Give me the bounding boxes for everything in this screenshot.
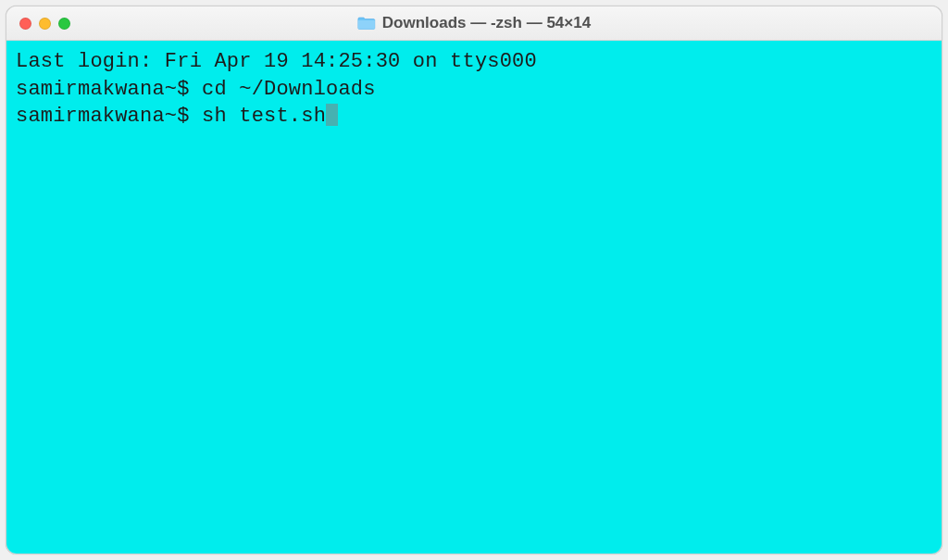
prompt-text: samirmakwana~$ xyxy=(16,76,202,104)
window-title-area: Downloads — -zsh — 54×14 xyxy=(357,14,591,32)
last-login-text: Last login: Fri Apr 19 14:25:30 on ttys0… xyxy=(16,48,537,76)
window-title: Downloads — -zsh — 54×14 xyxy=(382,14,591,32)
cursor-icon xyxy=(326,104,338,126)
command-text: sh test.sh xyxy=(202,103,326,131)
terminal-output-line: Last login: Fri Apr 19 14:25:30 on ttys0… xyxy=(16,48,932,76)
minimize-icon[interactable] xyxy=(39,18,51,30)
terminal-prompt-line: samirmakwana~$ cd ~/Downloads xyxy=(16,76,932,104)
prompt-text: samirmakwana~$ xyxy=(16,103,202,131)
command-text: cd ~/Downloads xyxy=(202,76,376,104)
terminal-body[interactable]: Last login: Fri Apr 19 14:25:30 on ttys0… xyxy=(6,41,942,554)
terminal-prompt-line: samirmakwana~$ sh test.sh xyxy=(16,103,932,131)
traffic-lights xyxy=(19,18,70,30)
folder-icon xyxy=(357,16,376,31)
close-icon[interactable] xyxy=(19,18,31,30)
titlebar[interactable]: Downloads — -zsh — 54×14 xyxy=(6,6,942,41)
maximize-icon[interactable] xyxy=(58,18,70,30)
terminal-window: Downloads — -zsh — 54×14 Last login: Fri… xyxy=(6,6,942,554)
